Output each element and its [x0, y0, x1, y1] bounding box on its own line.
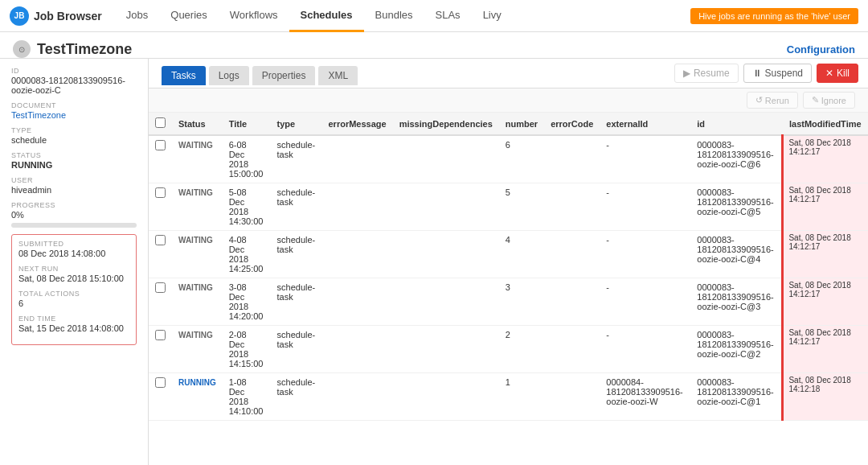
- col-external-id: externalId: [600, 113, 690, 135]
- page-header: ⊙ TestTimezone Configuration: [0, 32, 868, 59]
- row-checkbox-cell: [149, 326, 172, 373]
- sidebar-submitted-value: 08 Dec 2018 14:08:00: [18, 249, 129, 258]
- nav-jobs[interactable]: Jobs: [115, 0, 159, 32]
- nav-queries[interactable]: Queries: [159, 0, 219, 32]
- row-status: WAITING: [172, 135, 223, 183]
- row-status: WAITING: [172, 183, 223, 231]
- sidebar-status-label: STATUS: [11, 151, 137, 159]
- col-title: Title: [223, 113, 271, 135]
- hive-notice: Hive jobs are running as the 'hive' user: [690, 8, 858, 24]
- sidebar-submitted-field: SUBMITTED 08 Dec 2018 14:08:00: [18, 240, 129, 258]
- row-title: 2-08 Dec 2018 14:15:00: [223, 326, 271, 373]
- ignore-icon: ✎: [812, 95, 819, 105]
- nav-livy[interactable]: Livy: [472, 0, 513, 32]
- table-row: WAITING 5-08 Dec 2018 14:30:00 schedule-…: [149, 183, 868, 231]
- tab-bar: Tasks Logs Properties XML: [149, 59, 371, 88]
- col-error-message: errorMessage: [322, 113, 393, 135]
- row-missing-deps: [393, 326, 499, 373]
- sidebar-id-field: ID 0000083-181208133909516-oozie-oozi-C: [11, 67, 137, 95]
- row-missing-deps: [393, 183, 499, 231]
- sidebar-user-label: USER: [11, 176, 137, 184]
- sidebar-next-run-value: Sat, 08 Dec 2018 15:10:00: [18, 274, 129, 283]
- nav-schedules[interactable]: Schedules: [289, 0, 364, 32]
- row-external-id: -: [600, 135, 690, 183]
- rerun-icon: ↺: [755, 95, 763, 105]
- sidebar-type-field: TYPE schedule: [11, 126, 137, 145]
- top-action-bar: ▶ Resume ⏸ Suspend ✕ Kill: [665, 59, 868, 88]
- logo: JB Job Browser: [10, 6, 102, 26]
- nav-items: Jobs Queries Workflows Schedules Bundles…: [115, 0, 690, 32]
- row-error-code: [544, 326, 600, 373]
- table-row: WAITING 4-08 Dec 2018 14:25:00 schedule-…: [149, 231, 868, 278]
- row-checkbox[interactable]: [155, 187, 166, 198]
- row-checkbox[interactable]: [155, 235, 166, 245]
- sidebar-user-field: USER hiveadmin: [11, 176, 137, 195]
- tab-tasks[interactable]: Tasks: [162, 66, 206, 85]
- row-checkbox[interactable]: [155, 377, 166, 388]
- select-all-checkbox[interactable]: [155, 117, 166, 128]
- row-last-modified: Sat, 08 Dec 2018 14:12:17: [783, 183, 868, 231]
- row-type: schedule-task: [271, 135, 322, 183]
- row-missing-deps: [393, 135, 499, 183]
- kill-button[interactable]: ✕ Kill: [817, 64, 858, 83]
- row-title: 1-08 Dec 2018 14:10:00: [223, 373, 271, 421]
- table-row: WAITING 3-08 Dec 2018 14:20:00 schedule-…: [149, 278, 868, 326]
- nav-workflows[interactable]: Workflows: [219, 0, 289, 32]
- nav-slas[interactable]: SLAs: [424, 0, 472, 32]
- page-title: TestTimezone: [37, 41, 132, 58]
- suspend-button[interactable]: ⏸ Suspend: [743, 64, 812, 83]
- row-missing-deps: [393, 231, 499, 278]
- row-last-modified: Sat, 08 Dec 2018 14:12:18: [783, 373, 868, 421]
- col-missing-deps: missingDependencies: [393, 113, 499, 135]
- row-error-code: [544, 231, 600, 278]
- sidebar-id-label: ID: [11, 67, 137, 75]
- row-error-message: [322, 231, 393, 278]
- tab-xml[interactable]: XML: [318, 66, 358, 85]
- row-checkbox[interactable]: [155, 330, 166, 340]
- sidebar-end-time-field: END TIME Sat, 15 Dec 2018 14:08:00: [18, 315, 129, 333]
- sidebar-end-time-value: Sat, 15 Dec 2018 14:08:00: [18, 323, 129, 333]
- row-external-id: -: [600, 326, 690, 373]
- row-error-code: [544, 373, 600, 421]
- row-checkbox[interactable]: [155, 140, 166, 150]
- nav-bundles[interactable]: Bundles: [364, 0, 424, 32]
- table-row: WAITING 6-08 Dec 2018 15:00:00 schedule-…: [149, 135, 868, 183]
- pause-icon: ⏸: [752, 68, 762, 79]
- sidebar-document-value[interactable]: TestTimezone: [11, 110, 137, 120]
- ignore-button[interactable]: ✎ Ignore: [803, 92, 855, 109]
- sidebar-id-value: 0000083-181208133909516-oozie-oozi-C: [11, 76, 137, 95]
- row-id: 0000083-181208133909516-oozie-oozi-C@5: [690, 183, 783, 231]
- logo-icon: JB: [10, 6, 29, 26]
- row-last-modified: Sat, 08 Dec 2018 14:12:17: [783, 326, 868, 373]
- row-external-id: -: [600, 278, 690, 326]
- row-number: 2: [499, 326, 544, 373]
- top-nav: JB Job Browser Jobs Queries Workflows Sc…: [0, 0, 868, 32]
- row-error-message: [322, 278, 393, 326]
- sidebar-status-field: STATUS RUNNING: [11, 151, 137, 170]
- page-title-row: ⊙ TestTimezone: [13, 40, 132, 58]
- sidebar-document-field: DOCUMENT TestTimezone: [11, 101, 137, 120]
- row-error-code: [544, 135, 600, 183]
- tab-logs[interactable]: Logs: [209, 66, 249, 85]
- row-number: 5: [499, 183, 544, 231]
- sidebar-progress-field: PROGRESS 0%: [11, 201, 137, 228]
- row-checkbox[interactable]: [155, 282, 166, 293]
- row-external-id: -: [600, 183, 690, 231]
- sidebar-submitted-box: SUBMITTED 08 Dec 2018 14:08:00 NEXT RUN …: [11, 234, 137, 345]
- row-type: schedule-task: [271, 326, 322, 373]
- row-error-message: [322, 183, 393, 231]
- tab-properties[interactable]: Properties: [252, 66, 316, 85]
- col-error-code: errorCode: [544, 113, 600, 135]
- col-id: id: [690, 113, 783, 135]
- config-link[interactable]: Configuration: [787, 40, 855, 56]
- col-status: Status: [172, 113, 223, 135]
- sidebar-progress-bar: [11, 223, 137, 228]
- row-id: 0000083-181208133909516-oozie-oozi-C@1: [690, 373, 783, 421]
- resume-button[interactable]: ▶ Resume: [674, 64, 739, 83]
- sidebar-document-label: DOCUMENT: [11, 101, 137, 109]
- sidebar-next-run-field: NEXT RUN Sat, 08 Dec 2018 15:10:00: [18, 265, 129, 283]
- sidebar-type-label: TYPE: [11, 126, 137, 134]
- col-number: number: [499, 113, 544, 135]
- rerun-button[interactable]: ↺ Rerun: [747, 92, 798, 109]
- row-type: schedule-task: [271, 231, 322, 278]
